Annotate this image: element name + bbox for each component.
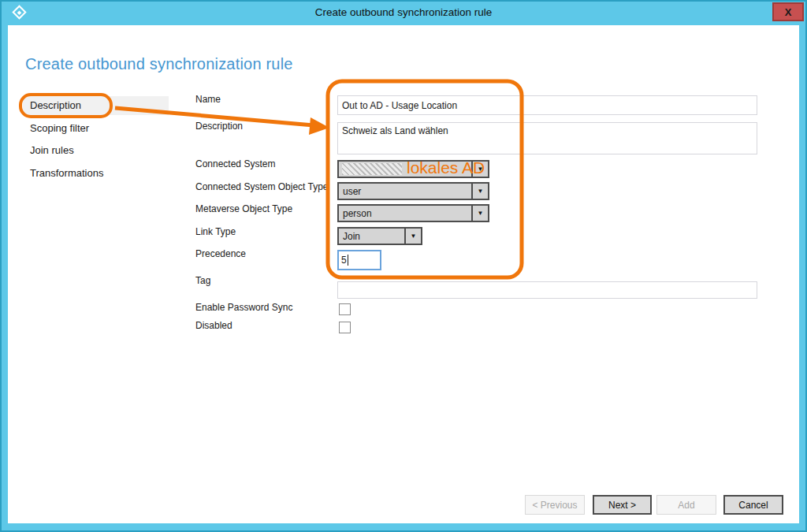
cancel-button[interactable]: Cancel — [723, 495, 783, 515]
link-type-label: Link Type — [195, 226, 236, 239]
description-label: Description — [195, 121, 243, 133]
enable-password-sync-label: Enable Password Sync — [195, 302, 292, 314]
enable-password-sync-checkbox[interactable] — [339, 303, 351, 315]
tag-input[interactable] — [337, 281, 757, 299]
precedence-input[interactable]: 5 — [337, 250, 381, 270]
cs-object-type-value: user — [339, 184, 471, 199]
tag-label: Tag — [195, 275, 210, 288]
sidebar-item-description[interactable]: Description — [23, 96, 169, 115]
text-cursor — [348, 255, 348, 266]
annotation-lokales-ad: lokales AD — [407, 162, 471, 177]
connected-system-object-type-dropdown[interactable]: user ▼ — [337, 182, 489, 200]
sidebar-item-scoping-filter[interactable]: Scoping filter — [23, 119, 169, 138]
connected-system-value: lokales AD — [339, 162, 471, 177]
name-input[interactable] — [337, 95, 757, 115]
dialog-window: Create outbound synchronization rule X C… — [0, 0, 807, 532]
close-button[interactable]: X — [772, 2, 804, 21]
next-button[interactable]: Next > — [593, 495, 652, 515]
disabled-label: Disabled — [195, 320, 232, 333]
disabled-checkbox[interactable] — [339, 322, 351, 333]
link-type-dropdown[interactable]: Join ▼ — [337, 227, 422, 245]
page-title: Create outbound synchronization rule — [25, 55, 293, 73]
connected-system-object-type-label: Connected System Object Type — [195, 181, 329, 194]
dropdown-arrow-icon[interactable]: ▼ — [404, 229, 421, 244]
metaverse-object-type-value: person — [339, 206, 471, 221]
precedence-label: Precedence — [195, 248, 246, 261]
previous-button[interactable]: < Previous — [525, 495, 585, 515]
connected-system-label: Connected System — [195, 158, 275, 171]
dropdown-arrow-icon[interactable]: ▼ — [471, 206, 488, 221]
window-title: Create outbound synchronization rule — [0, 6, 807, 18]
connected-system-dropdown[interactable]: lokales AD ▼ — [337, 160, 489, 178]
add-button[interactable]: Add — [656, 495, 716, 515]
link-type-value: Join — [339, 229, 404, 244]
precedence-value: 5 — [341, 255, 347, 266]
dropdown-arrow-icon[interactable]: ▼ — [471, 184, 488, 199]
sidebar-item-transformations[interactable]: Transformations — [23, 164, 169, 183]
metaverse-object-type-dropdown[interactable]: person ▼ — [337, 204, 489, 222]
redacted-value-mosaic — [342, 163, 402, 175]
title-bar[interactable]: Create outbound synchronization rule X — [0, 0, 807, 25]
sidebar-item-join-rules[interactable]: Join rules — [23, 141, 169, 160]
metaverse-object-type-label: Metaverse Object Type — [195, 203, 292, 216]
name-label: Name — [195, 94, 221, 106]
dialog-content: Create outbound synchronization rule Des… — [8, 25, 799, 523]
description-textarea[interactable]: Schweiz als Land wählen — [337, 122, 757, 154]
